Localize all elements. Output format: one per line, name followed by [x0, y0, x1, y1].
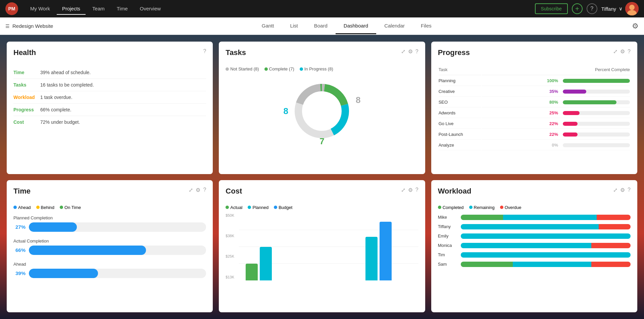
- cost-chart: $13K $25K $38K $50K: [226, 213, 418, 280]
- workload-card: Workload ⤢ ⚙ ? Completed Remaining Overd…: [431, 180, 637, 313]
- logo[interactable]: PM: [5, 2, 18, 15]
- nav-items: My Work Projects Team Time Overview: [25, 3, 532, 15]
- health-row: Workload1 task overdue.: [13, 91, 206, 104]
- cost-bar-group-1: [246, 247, 272, 280]
- workload-row: Tim: [438, 252, 631, 258]
- cost-bar-planned-1: [260, 247, 272, 280]
- tasks-expand-icon[interactable]: ⤢: [401, 48, 405, 55]
- health-header: Health ?: [13, 48, 206, 62]
- workload-row: Mike: [438, 215, 631, 220]
- cost-y-axis: $13K $25K $38K $50K: [226, 213, 239, 280]
- workload-row: Monica: [438, 243, 631, 248]
- time-row: Planned Completion 27%: [13, 215, 206, 232]
- donut-container: 8 8 7: [226, 74, 418, 148]
- progress-row: Creative 35%: [439, 87, 630, 97]
- tasks-card: Tasks ⤢ ⚙ ? Not Started (8) Complete (7)…: [219, 42, 425, 174]
- workload-settings-icon[interactable]: ⚙: [620, 187, 625, 193]
- health-card: Health ? Time39% ahead of schedule.Tasks…: [7, 42, 213, 174]
- health-help-icon[interactable]: ?: [203, 48, 206, 54]
- workload-expand-icon[interactable]: ⤢: [613, 187, 617, 193]
- nav-item-mywork[interactable]: My Work: [25, 3, 55, 15]
- cost-legend: Actual Planned Budget: [226, 205, 418, 210]
- progress-col-pct: Percent Complete: [482, 67, 630, 75]
- legend-notstarted: Not Started (8): [226, 66, 259, 71]
- time-header: Time ⤢ ⚙ ?: [13, 187, 206, 200]
- legend-inprogress: In Progress (8): [300, 66, 333, 71]
- donut-label-complete: 7: [319, 136, 324, 147]
- workload-row: Sam: [438, 262, 631, 267]
- workload-title: Workload: [438, 187, 472, 196]
- legend-actual: Actual: [226, 205, 242, 210]
- progress-row: SEO 80%: [439, 97, 630, 107]
- workload-row: Tiffany: [438, 224, 631, 229]
- health-rows: Time39% ahead of schedule.Tasks16 tasks …: [13, 66, 206, 128]
- workload-legend: Completed Remaining Overdue: [438, 205, 631, 210]
- settings-icon[interactable]: ⚙: [632, 22, 639, 31]
- workload-rows: Mike Tiffany Emily Monica Tim: [438, 215, 631, 267]
- tasks-settings-icon[interactable]: ⚙: [408, 48, 413, 55]
- progress-settings-icon[interactable]: ⚙: [620, 48, 625, 55]
- progress-row: Go Live 22%: [439, 119, 630, 129]
- tasks-help-icon[interactable]: ?: [415, 49, 418, 55]
- legend-ontime: On Time: [60, 205, 81, 210]
- tab-gantt[interactable]: Gantt: [254, 18, 282, 34]
- health-title: Health: [13, 48, 36, 57]
- cost-title: Cost: [226, 187, 242, 196]
- tab-dashboard[interactable]: Dashboard: [336, 18, 376, 34]
- time-settings-icon[interactable]: ⚙: [196, 187, 200, 193]
- time-row: Ahead 39%: [13, 262, 206, 278]
- health-actions: ?: [203, 48, 206, 54]
- legend-notstarted-dot: [226, 67, 229, 71]
- tasks-actions: ⤢ ⚙ ?: [401, 48, 418, 55]
- time-rows: Planned Completion 27% Actual Completion…: [13, 215, 206, 278]
- nav-item-time[interactable]: Time: [111, 3, 133, 15]
- cost-card: Cost ⤢ ⚙ ? Actual Planned Budget: [219, 180, 425, 313]
- workload-help-icon[interactable]: ?: [628, 187, 631, 193]
- health-row: Cost72% under budget.: [13, 116, 206, 128]
- health-row: Time39% ahead of schedule.: [13, 66, 206, 79]
- donut-chart: [288, 77, 355, 145]
- progress-scroll[interactable]: Task Percent Complete Planning 100% Crea…: [438, 66, 631, 151]
- y-label-38k: $38K: [226, 234, 239, 238]
- progress-header: Progress ⤢ ⚙ ?: [438, 48, 631, 62]
- nav-item-projects[interactable]: Projects: [57, 3, 86, 15]
- progress-expand-icon[interactable]: ⤢: [613, 48, 617, 55]
- progress-title: Progress: [438, 48, 470, 57]
- legend-wl-remaining: Remaining: [469, 205, 495, 210]
- legend-complete-dot: [264, 67, 268, 71]
- legend-budget: Budget: [274, 205, 292, 210]
- sub-nav-items: Gantt List Board Dashboard Calendar File…: [61, 18, 632, 34]
- workload-scroll[interactable]: Mike Tiffany Emily Monica Tim: [438, 215, 631, 271]
- tab-board[interactable]: Board: [306, 18, 336, 34]
- nav-item-team[interactable]: Team: [87, 3, 110, 15]
- cost-expand-icon[interactable]: ⤢: [401, 187, 405, 193]
- tab-list[interactable]: List: [282, 18, 306, 34]
- tasks-header: Tasks ⤢ ⚙ ?: [226, 48, 418, 62]
- donut-label-notstarted: 8: [356, 95, 360, 105]
- time-title: Time: [13, 187, 31, 196]
- cost-settings-icon[interactable]: ⚙: [408, 187, 413, 193]
- cost-grid: [239, 213, 418, 280]
- time-actions: ⤢ ⚙ ?: [189, 187, 206, 193]
- legend-wl-overdue: Overdue: [500, 205, 522, 210]
- nav-right: Subscribe + ? Tiffany ∨: [535, 2, 639, 15]
- progress-help-icon[interactable]: ?: [628, 49, 631, 55]
- tab-calendar[interactable]: Calendar: [376, 18, 413, 34]
- workload-actions: ⤢ ⚙ ?: [613, 187, 631, 193]
- time-expand-icon[interactable]: ⤢: [189, 187, 193, 193]
- legend-complete: Complete (7): [264, 66, 294, 71]
- legend-planned: Planned: [248, 205, 268, 210]
- add-button[interactable]: +: [572, 3, 583, 14]
- nav-item-overview[interactable]: Overview: [135, 3, 166, 15]
- progress-row: Adwords 25%: [439, 108, 630, 118]
- hamburger-menu[interactable]: ☰ Redesign Website: [5, 23, 53, 29]
- cost-bar-actual-1: [246, 264, 258, 280]
- subscribe-button[interactable]: Subscribe: [535, 3, 568, 14]
- progress-actions: ⤢ ⚙ ?: [613, 48, 631, 55]
- tab-files[interactable]: Files: [413, 18, 440, 34]
- cost-help-icon[interactable]: ?: [415, 187, 418, 193]
- help-button[interactable]: ?: [587, 3, 597, 14]
- svg-point-1: [629, 5, 635, 10]
- user-menu[interactable]: Tiffany ∨: [601, 2, 639, 15]
- time-help-icon[interactable]: ?: [203, 187, 206, 193]
